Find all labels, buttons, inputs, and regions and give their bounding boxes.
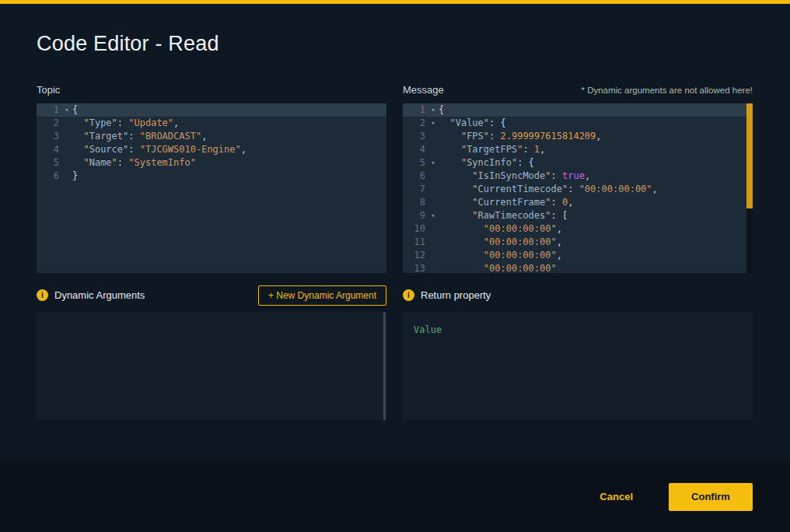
line-number: 4 bbox=[403, 143, 428, 156]
code-text: "Type": "Update", bbox=[72, 117, 179, 130]
line-number: 12 bbox=[403, 249, 428, 262]
code-line: 3 "Target": "BROADCAST", bbox=[37, 130, 386, 143]
line-number: 1 bbox=[37, 103, 61, 117]
code-line: 13 "00:00:00:00" bbox=[403, 262, 753, 273]
line-number: 1 bbox=[403, 103, 428, 117]
code-text: "00:00:00:00" bbox=[439, 262, 557, 273]
fold-spacer bbox=[428, 262, 439, 273]
code-line: 10 "00:00:00:00", bbox=[403, 222, 753, 236]
topic-label: Topic bbox=[37, 84, 60, 96]
code-line: 7 "CurrentTimecode": "00:00:00:00", bbox=[403, 183, 753, 196]
info-icon: i bbox=[403, 289, 414, 301]
code-text: "Target": "BROADCAST", bbox=[72, 130, 207, 143]
fold-icon[interactable]: ▾ bbox=[61, 103, 72, 117]
fold-spacer bbox=[428, 222, 439, 236]
fold-spacer bbox=[61, 170, 72, 183]
code-text: "00:00:00:00", bbox=[439, 222, 562, 236]
code-line: 11 "00:00:00:00", bbox=[403, 236, 753, 249]
code-text: "00:00:00:00", bbox=[439, 249, 562, 262]
line-number: 3 bbox=[403, 130, 428, 143]
footer-bar: Cancel Confirm bbox=[0, 461, 790, 532]
code-text: "Source": "TJCGWS010-Engine", bbox=[72, 143, 246, 156]
message-scrollbar-track[interactable] bbox=[746, 103, 753, 273]
return-property-label: Return property bbox=[421, 289, 491, 301]
return-property-panel[interactable]: Value bbox=[403, 312, 753, 420]
fold-spacer bbox=[428, 196, 439, 209]
fold-icon[interactable]: ▾ bbox=[428, 209, 439, 222]
line-number: 3 bbox=[37, 130, 61, 143]
fold-spacer bbox=[428, 130, 439, 143]
code-line: 9▾ "RawTimecodes": [ bbox=[403, 209, 753, 222]
line-number: 6 bbox=[403, 170, 428, 183]
code-line: 1▾{ bbox=[37, 103, 386, 117]
fold-spacer bbox=[428, 143, 439, 156]
message-column: Message * Dynamic arguments are not allo… bbox=[403, 84, 753, 420]
code-text: } bbox=[72, 170, 78, 183]
code-text: { bbox=[439, 103, 444, 117]
line-number: 4 bbox=[37, 143, 61, 156]
fold-spacer bbox=[61, 156, 72, 170]
code-line: 4 "TargetFPS": 1, bbox=[403, 143, 753, 156]
info-icon: i bbox=[37, 289, 48, 301]
line-number: 9 bbox=[403, 209, 428, 222]
line-number: 2 bbox=[403, 117, 428, 130]
code-line: 4 "Source": "TJCGWS010-Engine", bbox=[37, 143, 386, 156]
line-number: 7 bbox=[403, 183, 428, 196]
fold-spacer bbox=[428, 249, 439, 262]
line-number: 2 bbox=[37, 117, 61, 130]
fold-spacer bbox=[428, 236, 439, 249]
code-line: 6 "IsInSyncMode": true, bbox=[403, 170, 753, 183]
fold-icon[interactable]: ▾ bbox=[428, 156, 439, 170]
code-text: "SyncInfo": { bbox=[439, 156, 534, 170]
code-text: "Value": { bbox=[439, 117, 506, 130]
fold-icon[interactable]: ▾ bbox=[428, 117, 439, 130]
code-text: "Name": "SystemInfo" bbox=[72, 156, 196, 170]
dynamic-arguments-panel bbox=[37, 312, 386, 420]
message-editor[interactable]: 1▾{2▾ "Value": {3 "FPS": 2.9999976158142… bbox=[403, 103, 753, 273]
confirm-button[interactable]: Confirm bbox=[669, 483, 753, 511]
code-line: 6} bbox=[37, 170, 386, 183]
fold-spacer bbox=[428, 170, 439, 183]
code-text: "FPS": 2.999997615814209, bbox=[439, 130, 602, 143]
fold-spacer bbox=[61, 143, 72, 156]
return-property-value: Value bbox=[414, 324, 442, 335]
line-number: 5 bbox=[37, 156, 61, 170]
fold-icon[interactable]: ▾ bbox=[428, 103, 439, 117]
fold-spacer bbox=[428, 183, 439, 196]
code-text: "00:00:00:00", bbox=[439, 236, 562, 249]
fold-spacer bbox=[61, 130, 72, 143]
code-line: 1▾{ bbox=[403, 103, 753, 117]
code-text: "CurrentTimecode": "00:00:00:00", bbox=[439, 183, 658, 196]
message-scrollbar-thumb[interactable] bbox=[746, 103, 753, 208]
code-line: 5▾ "SyncInfo": { bbox=[403, 156, 753, 170]
line-number: 6 bbox=[37, 170, 61, 183]
dynamic-args-note: * Dynamic arguments are not allowed here… bbox=[581, 86, 753, 95]
code-line: 2 "Type": "Update", bbox=[37, 117, 386, 130]
message-label: Message bbox=[403, 84, 444, 96]
code-line: 3 "FPS": 2.999997615814209, bbox=[403, 130, 753, 143]
topic-editor[interactable]: 1▾{2 "Type": "Update",3 "Target": "BROAD… bbox=[37, 103, 386, 273]
code-text: "TargetFPS": 1, bbox=[439, 143, 545, 156]
line-number: 11 bbox=[403, 236, 428, 249]
cancel-button[interactable]: Cancel bbox=[599, 491, 633, 502]
code-line: 2▾ "Value": { bbox=[403, 117, 753, 130]
code-text: "RawTimecodes": [ bbox=[439, 209, 568, 222]
code-text: "CurrentFrame": 0, bbox=[439, 196, 573, 209]
code-line: 8 "CurrentFrame": 0, bbox=[403, 196, 753, 209]
fold-spacer bbox=[61, 117, 72, 130]
line-number: 5 bbox=[403, 156, 428, 170]
code-text: { bbox=[72, 103, 78, 117]
topic-column: Topic 1▾{2 "Type": "Update",3 "Target": … bbox=[37, 84, 386, 420]
dynamic-arguments-scrollbar[interactable] bbox=[383, 312, 386, 420]
code-text: "IsInSyncMode": true, bbox=[439, 170, 590, 183]
page-title: Code Editor - Read bbox=[37, 32, 753, 56]
code-line: 12 "00:00:00:00", bbox=[403, 249, 753, 262]
dynamic-arguments-label: Dynamic Arguments bbox=[54, 289, 145, 301]
code-line: 5 "Name": "SystemInfo" bbox=[37, 156, 386, 170]
new-dynamic-argument-button[interactable]: + New Dynamic Argument bbox=[258, 285, 386, 306]
modal-body: Code Editor - Read Topic 1▾{2 "Type": "U… bbox=[0, 4, 790, 461]
line-number: 10 bbox=[403, 222, 428, 236]
line-number: 13 bbox=[403, 262, 428, 273]
line-number: 8 bbox=[403, 196, 428, 209]
